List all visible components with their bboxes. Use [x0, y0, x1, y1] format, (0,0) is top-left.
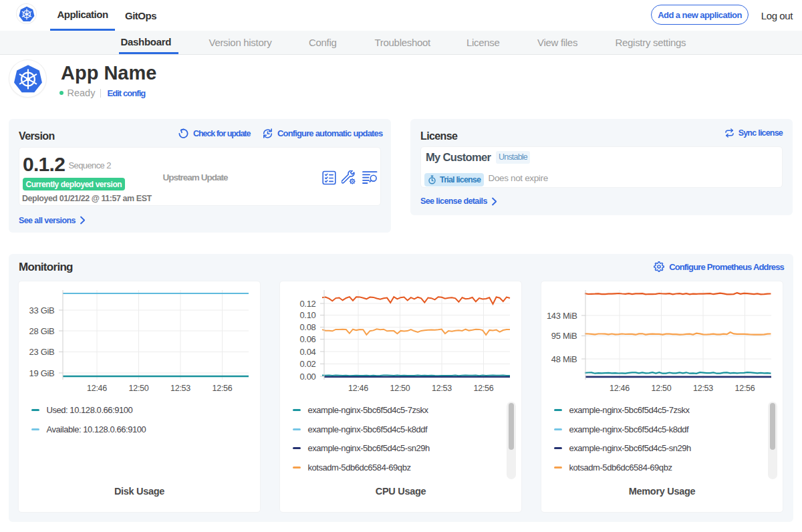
svg-text:12:50: 12:50	[390, 384, 410, 393]
svg-text:12:53: 12:53	[693, 384, 713, 393]
svg-text:48 MiB: 48 MiB	[551, 354, 577, 364]
svg-text:19 GiB: 19 GiB	[29, 368, 55, 378]
svg-text:0.02: 0.02	[299, 359, 315, 369]
svg-text:0.12: 0.12	[299, 299, 315, 309]
svg-text:0.04: 0.04	[299, 347, 315, 357]
svg-text:12:53: 12:53	[170, 384, 190, 393]
svg-text:95 MiB: 95 MiB	[551, 331, 577, 341]
svg-text:12:50: 12:50	[129, 384, 149, 393]
svg-text:12:56: 12:56	[735, 384, 755, 393]
svg-text:143 MiB: 143 MiB	[547, 311, 577, 321]
svg-text:12:56: 12:56	[474, 384, 494, 393]
svg-text:12:46: 12:46	[348, 384, 368, 393]
svg-text:0.00: 0.00	[299, 372, 315, 382]
svg-text:28 GiB: 28 GiB	[29, 326, 55, 336]
svg-text:12:46: 12:46	[610, 384, 630, 393]
svg-text:23 GiB: 23 GiB	[29, 347, 55, 357]
svg-text:12:56: 12:56	[213, 384, 233, 393]
svg-text:0.08: 0.08	[299, 322, 315, 332]
svg-text:12:53: 12:53	[432, 384, 452, 393]
svg-text:33 GiB: 33 GiB	[29, 305, 55, 315]
svg-text:0.10: 0.10	[299, 310, 315, 320]
svg-text:0.06: 0.06	[299, 334, 315, 344]
svg-text:12:46: 12:46	[87, 384, 107, 393]
svg-text:12:50: 12:50	[652, 384, 672, 393]
